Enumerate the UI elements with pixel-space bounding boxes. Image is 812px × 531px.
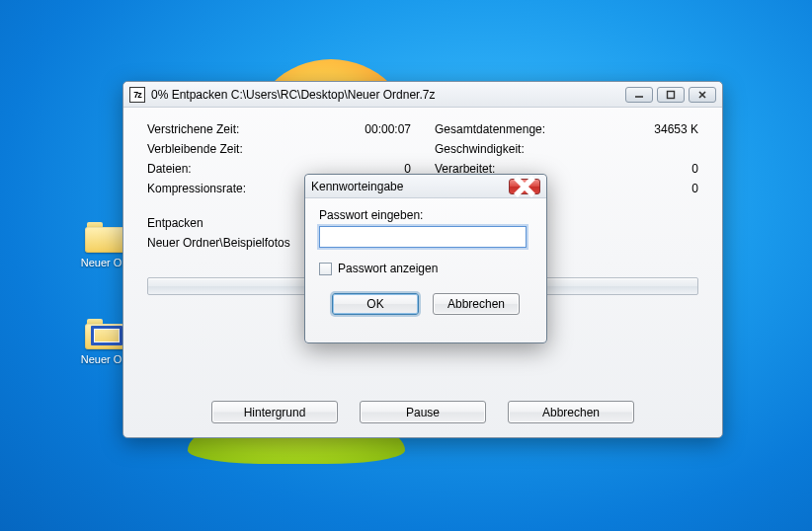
stat-label-remaining: Verbleibende Zeit:: [147, 142, 243, 156]
stat-value-extra: 0: [639, 182, 698, 195]
maximize-icon: [666, 90, 676, 100]
stat-label-speed: Geschwindigkeit:: [435, 142, 525, 156]
dialog-cancel-button[interactable]: Abbrechen: [433, 293, 520, 315]
svg-rect-1: [668, 91, 675, 98]
password-dialog: Kennworteingabe Passwort eingeben: Passw…: [304, 174, 547, 343]
window-controls: [625, 87, 716, 103]
stat-label-elapsed: Verstrichene Zeit:: [147, 122, 239, 136]
maximize-button[interactable]: [657, 87, 685, 103]
stat-label-files: Dateien:: [147, 162, 192, 176]
stat-label-total: Gesamtdatenmenge:: [435, 122, 545, 136]
stat-value-total: 34653 K: [639, 122, 698, 136]
pause-button[interactable]: Pause: [360, 401, 486, 423]
password-dialog-titlebar[interactable]: Kennworteingabe: [305, 175, 546, 198]
desktop: Neuer O… Neuer O… 7z 0% Entpacken C:\Use…: [0, 0, 812, 531]
extract-window-title: 0% Entpacken C:\Users\RC\Desktop\Neuer O…: [151, 88, 625, 102]
app-icon-7z: 7z: [129, 87, 145, 103]
extract-window-titlebar[interactable]: 7z 0% Entpacken C:\Users\RC\Desktop\Neue…: [123, 82, 722, 108]
stat-value-elapsed: 00:00:07: [352, 122, 411, 136]
close-button[interactable]: [689, 87, 716, 103]
close-icon: [510, 172, 539, 201]
minimize-button[interactable]: [625, 87, 653, 103]
minimize-icon: [634, 90, 644, 100]
stat-label-ratio: Kompressionsrate:: [147, 182, 246, 195]
password-dialog-title: Kennworteingabe: [311, 180, 509, 193]
stat-value-processed: 0: [639, 162, 698, 176]
show-password-checkbox[interactable]: [319, 263, 332, 275]
ok-button[interactable]: OK: [332, 293, 419, 315]
password-dialog-body: Passwort eingeben: Passwort anzeigen OK …: [305, 198, 546, 315]
password-input[interactable]: [319, 226, 527, 248]
show-password-label: Passwort anzeigen: [338, 262, 438, 275]
cancel-button[interactable]: Abbrechen: [508, 401, 634, 423]
close-icon: [697, 90, 707, 100]
background-button[interactable]: Hintergrund: [211, 401, 338, 423]
dialog-close-button[interactable]: [509, 179, 540, 194]
password-prompt-label: Passwort eingeben:: [319, 208, 532, 222]
extract-window-footer: Hintergrund Pause Abbrechen: [123, 401, 722, 423]
